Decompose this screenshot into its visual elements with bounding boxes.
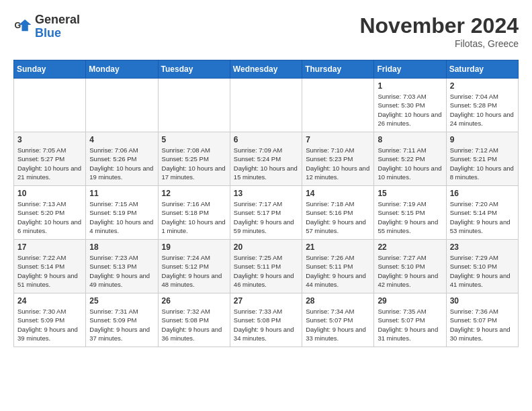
day-number: 26	[162, 296, 226, 306]
day-number: 2	[450, 81, 515, 91]
calendar-cell: 17Sunrise: 7:22 AM Sunset: 5:14 PM Dayli…	[14, 240, 86, 293]
day-info: Sunrise: 7:13 AM Sunset: 5:20 PM Dayligh…	[17, 199, 82, 235]
day-info: Sunrise: 7:32 AM Sunset: 5:08 PM Dayligh…	[162, 307, 226, 342]
weekday-friday: Friday	[374, 60, 446, 79]
calendar-cell: 12Sunrise: 7:16 AM Sunset: 5:18 PM Dayli…	[158, 186, 230, 240]
logo-general: General	[35, 13, 80, 26]
calendar-cell: 21Sunrise: 7:26 AM Sunset: 5:11 PM Dayli…	[302, 240, 374, 293]
calendar-cell	[86, 79, 158, 132]
day-number: 4	[89, 135, 154, 144]
day-info: Sunrise: 7:34 AM Sunset: 5:07 PM Dayligh…	[306, 307, 370, 342]
calendar-cell: 27Sunrise: 7:33 AM Sunset: 5:08 PM Dayli…	[230, 293, 302, 347]
calendar-cell: 24Sunrise: 7:30 AM Sunset: 5:09 PM Dayli…	[14, 293, 86, 347]
calendar-cell: 23Sunrise: 7:29 AM Sunset: 5:10 PM Dayli…	[446, 240, 518, 293]
calendar-cell: 9Sunrise: 7:12 AM Sunset: 5:21 PM Daylig…	[446, 132, 518, 186]
week-row-4: 17Sunrise: 7:22 AM Sunset: 5:14 PM Dayli…	[14, 240, 519, 293]
day-number: 22	[378, 242, 442, 252]
day-number: 19	[162, 242, 226, 252]
day-number: 9	[450, 135, 515, 144]
day-info: Sunrise: 7:19 AM Sunset: 5:15 PM Dayligh…	[378, 199, 442, 235]
calendar-cell: 10Sunrise: 7:13 AM Sunset: 5:20 PM Dayli…	[14, 186, 86, 240]
day-info: Sunrise: 7:27 AM Sunset: 5:10 PM Dayligh…	[378, 253, 442, 289]
day-number: 21	[306, 242, 370, 252]
day-number: 24	[17, 296, 82, 306]
weekday-thursday: Thursday	[302, 60, 374, 79]
day-info: Sunrise: 7:20 AM Sunset: 5:14 PM Dayligh…	[450, 199, 515, 235]
day-number: 15	[378, 189, 442, 198]
calendar-cell: 15Sunrise: 7:19 AM Sunset: 5:15 PM Dayli…	[374, 186, 446, 240]
week-row-3: 10Sunrise: 7:13 AM Sunset: 5:20 PM Dayli…	[14, 186, 519, 240]
calendar-cell: 7Sunrise: 7:10 AM Sunset: 5:23 PM Daylig…	[302, 132, 374, 186]
week-row-1: 1Sunrise: 7:03 AM Sunset: 5:30 PM Daylig…	[14, 79, 519, 132]
day-number: 10	[17, 189, 82, 198]
calendar-cell: 5Sunrise: 7:08 AM Sunset: 5:25 PM Daylig…	[158, 132, 230, 186]
day-number: 29	[378, 296, 442, 306]
logo: G General Blue	[13, 13, 80, 40]
calendar-cell	[14, 79, 86, 132]
calendar-cell: 18Sunrise: 7:23 AM Sunset: 5:13 PM Dayli…	[86, 240, 158, 293]
day-info: Sunrise: 7:33 AM Sunset: 5:08 PM Dayligh…	[234, 307, 298, 342]
day-number: 25	[89, 296, 154, 306]
calendar-cell: 3Sunrise: 7:05 AM Sunset: 5:27 PM Daylig…	[14, 132, 86, 186]
calendar-cell: 2Sunrise: 7:04 AM Sunset: 5:28 PM Daylig…	[446, 79, 518, 132]
day-number: 18	[89, 242, 154, 252]
weekday-monday: Monday	[86, 60, 158, 79]
calendar-cell: 28Sunrise: 7:34 AM Sunset: 5:07 PM Dayli…	[302, 293, 374, 347]
calendar-cell: 4Sunrise: 7:06 AM Sunset: 5:26 PM Daylig…	[86, 132, 158, 186]
page-header: G General Blue November 2024 Filotas, Gr…	[13, 13, 519, 49]
calendar-cell: 8Sunrise: 7:11 AM Sunset: 5:22 PM Daylig…	[374, 132, 446, 186]
calendar-cell: 25Sunrise: 7:31 AM Sunset: 5:09 PM Dayli…	[86, 293, 158, 347]
logo-text: General Blue	[35, 13, 80, 40]
day-number: 8	[378, 135, 442, 144]
calendar-cell: 6Sunrise: 7:09 AM Sunset: 5:24 PM Daylig…	[230, 132, 302, 186]
day-number: 30	[450, 296, 515, 306]
day-info: Sunrise: 7:03 AM Sunset: 5:30 PM Dayligh…	[378, 92, 442, 128]
day-number: 27	[234, 296, 298, 306]
week-row-2: 3Sunrise: 7:05 AM Sunset: 5:27 PM Daylig…	[14, 132, 519, 186]
day-number: 28	[306, 296, 370, 306]
title-block: November 2024 Filotas, Greece	[359, 13, 519, 49]
day-number: 6	[234, 135, 298, 144]
day-number: 17	[17, 242, 82, 252]
day-info: Sunrise: 7:25 AM Sunset: 5:11 PM Dayligh…	[234, 253, 298, 289]
day-number: 14	[306, 189, 370, 198]
weekday-saturday: Saturday	[446, 60, 518, 79]
calendar-cell: 26Sunrise: 7:32 AM Sunset: 5:08 PM Dayli…	[158, 293, 230, 347]
weekday-header-row: SundayMondayTuesdayWednesdayThursdayFrid…	[14, 60, 519, 79]
weekday-wednesday: Wednesday	[230, 60, 302, 79]
calendar-body: 1Sunrise: 7:03 AM Sunset: 5:30 PM Daylig…	[14, 79, 519, 347]
calendar-cell: 14Sunrise: 7:18 AM Sunset: 5:16 PM Dayli…	[302, 186, 374, 240]
calendar-cell: 29Sunrise: 7:35 AM Sunset: 5:07 PM Dayli…	[374, 293, 446, 347]
day-info: Sunrise: 7:04 AM Sunset: 5:28 PM Dayligh…	[450, 92, 515, 128]
weekday-sunday: Sunday	[14, 60, 86, 79]
day-info: Sunrise: 7:31 AM Sunset: 5:09 PM Dayligh…	[89, 307, 154, 342]
calendar-cell: 13Sunrise: 7:17 AM Sunset: 5:17 PM Dayli…	[230, 186, 302, 240]
calendar-cell	[158, 79, 230, 132]
day-info: Sunrise: 7:12 AM Sunset: 5:21 PM Dayligh…	[450, 146, 515, 181]
day-number: 5	[162, 135, 226, 144]
day-info: Sunrise: 7:18 AM Sunset: 5:16 PM Dayligh…	[306, 199, 370, 235]
calendar-cell: 30Sunrise: 7:36 AM Sunset: 5:07 PM Dayli…	[446, 293, 518, 347]
calendar-table: SundayMondayTuesdayWednesdayThursdayFrid…	[13, 60, 519, 347]
location-text: Filotas, Greece	[359, 38, 519, 49]
day-info: Sunrise: 7:30 AM Sunset: 5:09 PM Dayligh…	[17, 307, 82, 342]
calendar-cell: 22Sunrise: 7:27 AM Sunset: 5:10 PM Dayli…	[374, 240, 446, 293]
logo-icon: G	[13, 17, 32, 36]
day-info: Sunrise: 7:11 AM Sunset: 5:22 PM Dayligh…	[378, 146, 442, 181]
day-info: Sunrise: 7:36 AM Sunset: 5:07 PM Dayligh…	[450, 307, 515, 342]
day-info: Sunrise: 7:15 AM Sunset: 5:19 PM Dayligh…	[89, 199, 154, 235]
day-info: Sunrise: 7:24 AM Sunset: 5:12 PM Dayligh…	[162, 253, 226, 289]
day-info: Sunrise: 7:26 AM Sunset: 5:11 PM Dayligh…	[306, 253, 370, 289]
day-number: 11	[89, 189, 154, 198]
day-info: Sunrise: 7:23 AM Sunset: 5:13 PM Dayligh…	[89, 253, 154, 289]
day-info: Sunrise: 7:10 AM Sunset: 5:23 PM Dayligh…	[306, 146, 370, 181]
day-info: Sunrise: 7:06 AM Sunset: 5:26 PM Dayligh…	[89, 146, 154, 181]
day-info: Sunrise: 7:09 AM Sunset: 5:24 PM Dayligh…	[234, 146, 298, 181]
day-number: 20	[234, 242, 298, 252]
day-number: 13	[234, 189, 298, 198]
day-number: 16	[450, 189, 515, 198]
day-info: Sunrise: 7:22 AM Sunset: 5:14 PM Dayligh…	[17, 253, 82, 289]
calendar-cell: 11Sunrise: 7:15 AM Sunset: 5:19 PM Dayli…	[86, 186, 158, 240]
day-number: 7	[306, 135, 370, 144]
weekday-tuesday: Tuesday	[158, 60, 230, 79]
